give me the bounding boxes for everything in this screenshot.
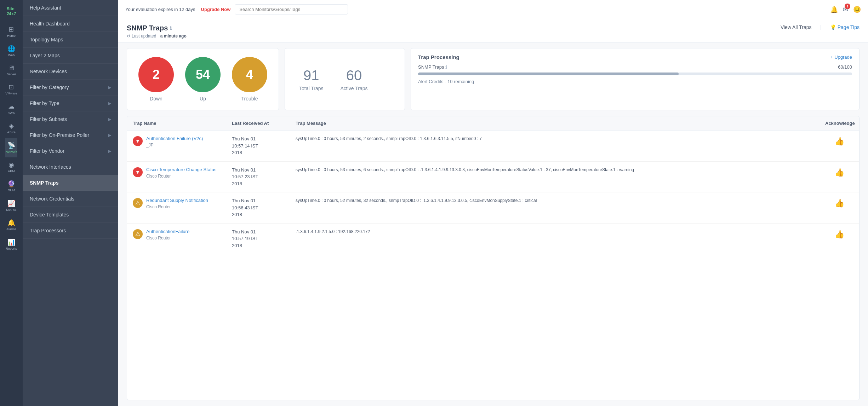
sidebar-item-filter-by-subnets[interactable]: Filter by Subnets▶ [23, 111, 118, 127]
bulb-icon: 💡 [830, 24, 836, 30]
mail-icon[interactable]: ✉ 1 [843, 6, 848, 13]
table-row: ▼ Authentication Failure (V2c) _JP Thu N… [127, 130, 859, 162]
acknowledge-button[interactable]: 👍 [835, 230, 844, 239]
ack-cell: 👍 [825, 135, 853, 146]
sidebar-label: Network Credentials [30, 196, 74, 202]
page-title: SNMP Traps ℹ [127, 24, 187, 32]
nav-item-azure[interactable]: ◈Azure [5, 118, 17, 138]
icon-nav: Site24x7 ⊞Home🌐Web🖥Server⊡VMware☁AWS◈Azu… [0, 0, 23, 406]
snmp-traps-row: SNMP Traps ℹ 60/100 [418, 64, 852, 70]
total-traps-value: 91 [303, 68, 319, 83]
view-all-traps-link[interactable]: View All Traps [781, 24, 812, 30]
nav-item-aws[interactable]: ☁AWS [5, 99, 17, 118]
sidebar-item-network-devices[interactable]: Network Devices [23, 64, 118, 80]
nav-item-web[interactable]: 🌐Web [5, 41, 17, 61]
trap-device: Cisco Router [146, 204, 208, 209]
user-icon[interactable]: 😐 [853, 6, 861, 13]
snmp-traps-info-icon[interactable]: ℹ [445, 64, 447, 70]
trap-name-link[interactable]: Cisco Temperature Change Status [146, 167, 216, 173]
trap-name-info: Cisco Temperature Change Status Cisco Ro… [146, 167, 216, 179]
logo-text: Site24x7 [7, 6, 16, 16]
down-icon: ▼ [133, 167, 143, 177]
nav-item-home[interactable]: ⊞Home [5, 22, 17, 41]
header-right: View All Traps | 💡 Page Tips [781, 24, 860, 30]
sidebar-item-health-dashboard[interactable]: Health Dashboard [23, 16, 118, 32]
upgrade-now-link[interactable]: Upgrade Now [201, 7, 231, 12]
acknowledge-button[interactable]: 👍 [835, 168, 844, 177]
sidebar-item-network-interfaces[interactable]: Network Interfaces [23, 159, 118, 175]
chevron-icon: ▶ [108, 133, 111, 138]
ack-cell: 👍 [825, 197, 853, 208]
sidebar-item-trap-processors[interactable]: Trap Processors [23, 223, 118, 239]
down-circle[interactable]: 2 [138, 57, 174, 92]
page-tips-link[interactable]: 💡 Page Tips [830, 24, 860, 30]
trap-name-link[interactable]: Authentication Failure (V2c) [146, 135, 203, 142]
nav-item-vmware[interactable]: ⊡VMware [5, 80, 17, 99]
trap-processing-title: Trap Processing [418, 54, 459, 60]
nav-icon-vmware: ⊡ [8, 83, 14, 91]
nav-item-server[interactable]: 🖥Server [5, 61, 17, 80]
trap-name-link[interactable]: AuthenticationFailure [146, 228, 189, 235]
sidebar-item-network-credentials[interactable]: Network Credentials [23, 191, 118, 207]
sidebar-item-topology-maps[interactable]: Topology Maps [23, 32, 118, 48]
nav-item-alarms[interactable]: 🔔Alarms [5, 215, 17, 235]
sidebar-item-help-assistant[interactable]: Help Assistant [23, 0, 118, 16]
acknowledge-button[interactable]: 👍 [835, 199, 844, 208]
sidebar-label: Device Templates [30, 212, 69, 218]
sidebar-item-filter-by-on-premise-poller[interactable]: Filter by On-Premise Poller▶ [23, 127, 118, 143]
table-row: ▼ Cisco Temperature Change Status Cisco … [127, 162, 859, 193]
trap-time: Thu Nov 0110:57:23 IST2018 [232, 167, 296, 187]
nav-icon-server: 🖥 [8, 64, 15, 72]
trap-device: Cisco Router [146, 174, 216, 179]
search-input[interactable] [235, 4, 348, 14]
table-row: ⚠ AuthenticationFailure Cisco Router Thu… [127, 224, 859, 255]
trap-name-link[interactable]: Redundant Supply Notification [146, 197, 208, 204]
nav-icon-metrics: 📈 [7, 199, 15, 207]
trap-message: sysUpTime.0 : 0 hours, 52 minutes, 32 se… [296, 197, 825, 204]
up-stat: 54 Up [185, 57, 221, 102]
nav-label: Server [7, 72, 16, 76]
sidebar-item-filter-by-type[interactable]: Filter by Type▶ [23, 95, 118, 111]
trap-time: Thu Nov 0110:57:14 IST2018 [232, 135, 296, 156]
sidebar-label: Filter by On-Premise Poller [30, 132, 89, 138]
logo-area: Site24x7 [7, 4, 16, 22]
sidebar-label: Health Dashboard [30, 21, 70, 27]
notification-bell-icon[interactable]: 🔔 [830, 6, 838, 13]
snmp-traps-count: 60/100 [838, 64, 852, 70]
nav-item-network[interactable]: 📡Network [5, 138, 17, 157]
upgrade-link[interactable]: + Upgrade [830, 54, 852, 60]
sidebar-label: Layer 2 Maps [30, 53, 60, 58]
info-icon[interactable]: ℹ [170, 25, 172, 31]
sidebar-label: SNMP Traps [30, 180, 58, 186]
nav-item-reports[interactable]: 📊Reports [5, 235, 17, 254]
sidebar-item-layer-2-maps[interactable]: Layer 2 Maps [23, 48, 118, 64]
page-subtitle: ↺ Last updated a minute ago [127, 34, 187, 39]
sidebar-item-device-templates[interactable]: Device Templates [23, 207, 118, 223]
sidebar-label: Trap Processors [30, 228, 66, 233]
sidebar-item-filter-by-vendor[interactable]: Filter by Vendor▶ [23, 143, 118, 159]
nav-item-apm[interactable]: ◉APM [5, 157, 17, 177]
nav-item-rum[interactable]: 🔮RUM [5, 176, 17, 196]
nav-icon-reports: 📊 [7, 238, 15, 246]
trouble-label: Trouble [241, 96, 258, 102]
nav-item-metrics[interactable]: 📈Metrics [5, 196, 17, 215]
refresh-icon[interactable]: ↺ [127, 34, 130, 39]
nav-icon-rum: 🔮 [7, 180, 15, 188]
trap-name-cell: ⚠ Redundant Supply Notification Cisco Ro… [133, 197, 232, 209]
down-label: Down [150, 96, 162, 102]
trap-name-info: Authentication Failure (V2c) _JP [146, 135, 203, 147]
ack-cell: 👍 [825, 167, 853, 177]
acknowledge-button[interactable]: 👍 [835, 137, 844, 146]
trap-name-cell: ▼ Cisco Temperature Change Status Cisco … [133, 167, 232, 179]
sidebar-item-snmp-traps[interactable]: SNMP Traps [23, 175, 118, 191]
trouble-icon: ⚠ [133, 198, 143, 208]
sidebar-label: Network Interfaces [30, 164, 71, 170]
chevron-icon: ▶ [108, 149, 111, 153]
col-trap-name: Trap Name [133, 121, 232, 126]
sidebar-item-filter-by-category[interactable]: Filter by Category▶ [23, 80, 118, 95]
nav-icon-home: ⊞ [8, 25, 14, 33]
nav-label: AWS [8, 111, 15, 115]
up-circle[interactable]: 54 [185, 57, 221, 92]
nav-label: RUM [8, 188, 15, 192]
trouble-circle[interactable]: 4 [232, 57, 267, 92]
